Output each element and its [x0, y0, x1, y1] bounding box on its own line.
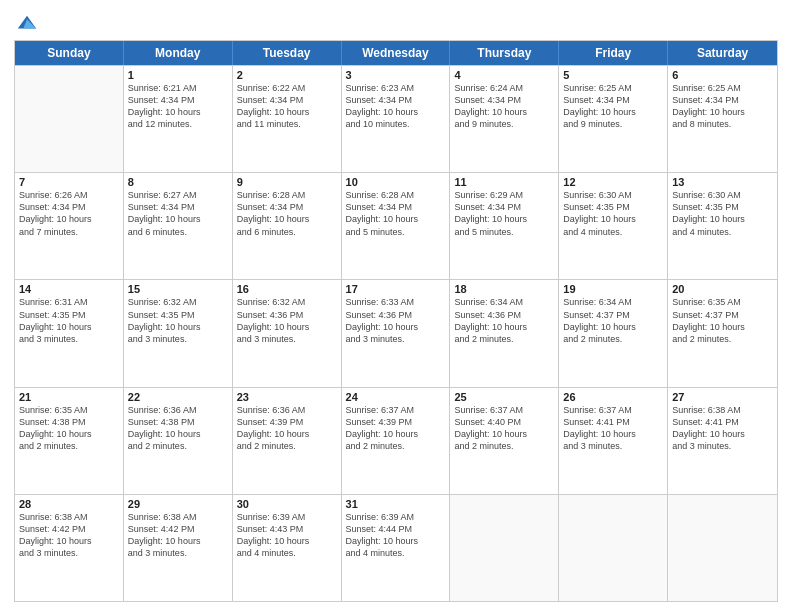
calendar-cell: 18Sunrise: 6:34 AMSunset: 4:36 PMDayligh… [450, 280, 559, 386]
calendar-header-cell: Monday [124, 41, 233, 65]
day-number: 23 [237, 391, 337, 403]
calendar-row: 21Sunrise: 6:35 AMSunset: 4:38 PMDayligh… [15, 387, 777, 494]
calendar-cell: 16Sunrise: 6:32 AMSunset: 4:36 PMDayligh… [233, 280, 342, 386]
day-info: Sunrise: 6:26 AMSunset: 4:34 PMDaylight:… [19, 189, 119, 238]
calendar-cell: 21Sunrise: 6:35 AMSunset: 4:38 PMDayligh… [15, 388, 124, 494]
calendar-cell: 14Sunrise: 6:31 AMSunset: 4:35 PMDayligh… [15, 280, 124, 386]
day-number: 17 [346, 283, 446, 295]
day-number: 13 [672, 176, 773, 188]
day-info: Sunrise: 6:31 AMSunset: 4:35 PMDaylight:… [19, 296, 119, 345]
calendar: SundayMondayTuesdayWednesdayThursdayFrid… [14, 40, 778, 602]
day-info: Sunrise: 6:35 AMSunset: 4:38 PMDaylight:… [19, 404, 119, 453]
calendar-header-cell: Tuesday [233, 41, 342, 65]
calendar-cell: 20Sunrise: 6:35 AMSunset: 4:37 PMDayligh… [668, 280, 777, 386]
day-info: Sunrise: 6:38 AMSunset: 4:42 PMDaylight:… [19, 511, 119, 560]
day-number: 22 [128, 391, 228, 403]
day-number: 12 [563, 176, 663, 188]
calendar-cell: 9Sunrise: 6:28 AMSunset: 4:34 PMDaylight… [233, 173, 342, 279]
day-info: Sunrise: 6:30 AMSunset: 4:35 PMDaylight:… [563, 189, 663, 238]
day-number: 2 [237, 69, 337, 81]
day-number: 16 [237, 283, 337, 295]
calendar-cell: 29Sunrise: 6:38 AMSunset: 4:42 PMDayligh… [124, 495, 233, 601]
header [14, 10, 778, 34]
calendar-cell: 1Sunrise: 6:21 AMSunset: 4:34 PMDaylight… [124, 66, 233, 172]
day-number: 29 [128, 498, 228, 510]
calendar-cell [668, 495, 777, 601]
calendar-cell: 27Sunrise: 6:38 AMSunset: 4:41 PMDayligh… [668, 388, 777, 494]
calendar-cell: 30Sunrise: 6:39 AMSunset: 4:43 PMDayligh… [233, 495, 342, 601]
day-info: Sunrise: 6:37 AMSunset: 4:41 PMDaylight:… [563, 404, 663, 453]
day-number: 19 [563, 283, 663, 295]
calendar-cell: 2Sunrise: 6:22 AMSunset: 4:34 PMDaylight… [233, 66, 342, 172]
day-info: Sunrise: 6:38 AMSunset: 4:41 PMDaylight:… [672, 404, 773, 453]
day-number: 9 [237, 176, 337, 188]
calendar-cell: 15Sunrise: 6:32 AMSunset: 4:35 PMDayligh… [124, 280, 233, 386]
day-info: Sunrise: 6:25 AMSunset: 4:34 PMDaylight:… [563, 82, 663, 131]
day-info: Sunrise: 6:22 AMSunset: 4:34 PMDaylight:… [237, 82, 337, 131]
day-number: 7 [19, 176, 119, 188]
calendar-cell: 10Sunrise: 6:28 AMSunset: 4:34 PMDayligh… [342, 173, 451, 279]
page: SundayMondayTuesdayWednesdayThursdayFrid… [0, 0, 792, 612]
day-info: Sunrise: 6:24 AMSunset: 4:34 PMDaylight:… [454, 82, 554, 131]
calendar-row: 1Sunrise: 6:21 AMSunset: 4:34 PMDaylight… [15, 65, 777, 172]
day-info: Sunrise: 6:32 AMSunset: 4:36 PMDaylight:… [237, 296, 337, 345]
day-number: 1 [128, 69, 228, 81]
day-number: 20 [672, 283, 773, 295]
calendar-cell: 3Sunrise: 6:23 AMSunset: 4:34 PMDaylight… [342, 66, 451, 172]
calendar-cell: 5Sunrise: 6:25 AMSunset: 4:34 PMDaylight… [559, 66, 668, 172]
day-number: 11 [454, 176, 554, 188]
calendar-cell: 12Sunrise: 6:30 AMSunset: 4:35 PMDayligh… [559, 173, 668, 279]
day-info: Sunrise: 6:35 AMSunset: 4:37 PMDaylight:… [672, 296, 773, 345]
calendar-cell [559, 495, 668, 601]
calendar-cell [450, 495, 559, 601]
calendar-cell: 8Sunrise: 6:27 AMSunset: 4:34 PMDaylight… [124, 173, 233, 279]
calendar-row: 14Sunrise: 6:31 AMSunset: 4:35 PMDayligh… [15, 279, 777, 386]
calendar-cell [15, 66, 124, 172]
calendar-cell: 4Sunrise: 6:24 AMSunset: 4:34 PMDaylight… [450, 66, 559, 172]
calendar-cell: 31Sunrise: 6:39 AMSunset: 4:44 PMDayligh… [342, 495, 451, 601]
day-number: 31 [346, 498, 446, 510]
calendar-cell: 11Sunrise: 6:29 AMSunset: 4:34 PMDayligh… [450, 173, 559, 279]
day-number: 21 [19, 391, 119, 403]
logo [14, 14, 38, 34]
day-number: 15 [128, 283, 228, 295]
day-number: 25 [454, 391, 554, 403]
day-number: 27 [672, 391, 773, 403]
calendar-cell: 22Sunrise: 6:36 AMSunset: 4:38 PMDayligh… [124, 388, 233, 494]
day-info: Sunrise: 6:28 AMSunset: 4:34 PMDaylight:… [346, 189, 446, 238]
calendar-header-cell: Saturday [668, 41, 777, 65]
day-info: Sunrise: 6:21 AMSunset: 4:34 PMDaylight:… [128, 82, 228, 131]
day-number: 10 [346, 176, 446, 188]
day-info: Sunrise: 6:30 AMSunset: 4:35 PMDaylight:… [672, 189, 773, 238]
calendar-header-cell: Thursday [450, 41, 559, 65]
calendar-header-cell: Friday [559, 41, 668, 65]
day-info: Sunrise: 6:29 AMSunset: 4:34 PMDaylight:… [454, 189, 554, 238]
calendar-cell: 19Sunrise: 6:34 AMSunset: 4:37 PMDayligh… [559, 280, 668, 386]
day-number: 4 [454, 69, 554, 81]
day-info: Sunrise: 6:36 AMSunset: 4:38 PMDaylight:… [128, 404, 228, 453]
calendar-cell: 7Sunrise: 6:26 AMSunset: 4:34 PMDaylight… [15, 173, 124, 279]
day-info: Sunrise: 6:25 AMSunset: 4:34 PMDaylight:… [672, 82, 773, 131]
calendar-row: 28Sunrise: 6:38 AMSunset: 4:42 PMDayligh… [15, 494, 777, 601]
day-number: 3 [346, 69, 446, 81]
day-number: 26 [563, 391, 663, 403]
calendar-header-cell: Sunday [15, 41, 124, 65]
day-info: Sunrise: 6:23 AMSunset: 4:34 PMDaylight:… [346, 82, 446, 131]
day-info: Sunrise: 6:39 AMSunset: 4:43 PMDaylight:… [237, 511, 337, 560]
calendar-header-cell: Wednesday [342, 41, 451, 65]
day-info: Sunrise: 6:37 AMSunset: 4:39 PMDaylight:… [346, 404, 446, 453]
day-info: Sunrise: 6:34 AMSunset: 4:36 PMDaylight:… [454, 296, 554, 345]
day-number: 24 [346, 391, 446, 403]
calendar-body: 1Sunrise: 6:21 AMSunset: 4:34 PMDaylight… [15, 65, 777, 601]
day-info: Sunrise: 6:33 AMSunset: 4:36 PMDaylight:… [346, 296, 446, 345]
day-info: Sunrise: 6:36 AMSunset: 4:39 PMDaylight:… [237, 404, 337, 453]
day-number: 18 [454, 283, 554, 295]
day-number: 5 [563, 69, 663, 81]
calendar-header: SundayMondayTuesdayWednesdayThursdayFrid… [15, 41, 777, 65]
day-info: Sunrise: 6:27 AMSunset: 4:34 PMDaylight:… [128, 189, 228, 238]
calendar-cell: 13Sunrise: 6:30 AMSunset: 4:35 PMDayligh… [668, 173, 777, 279]
day-info: Sunrise: 6:32 AMSunset: 4:35 PMDaylight:… [128, 296, 228, 345]
calendar-cell: 23Sunrise: 6:36 AMSunset: 4:39 PMDayligh… [233, 388, 342, 494]
calendar-cell: 28Sunrise: 6:38 AMSunset: 4:42 PMDayligh… [15, 495, 124, 601]
day-number: 14 [19, 283, 119, 295]
